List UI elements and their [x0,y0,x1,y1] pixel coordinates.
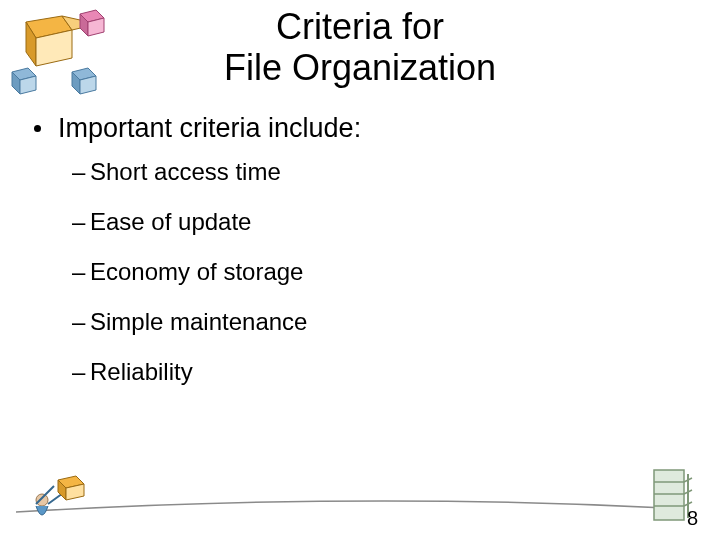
title-line-2: File Organization [224,47,496,88]
bullet-dot-icon [34,125,41,132]
bullet-item: – Economy of storage [28,258,692,286]
title-line-1: Criteria for [276,6,444,47]
dash-icon: – [72,358,85,386]
dash-icon: – [72,308,85,336]
slide-body: Important criteria include: – Short acce… [0,89,720,386]
item-text: Economy of storage [90,258,303,285]
dash-icon: – [72,208,85,236]
dash-icon: – [72,258,85,286]
slide: Criteria for File Organization Important… [0,0,720,540]
bullet-item: – Simple maintenance [28,308,692,336]
item-text: Reliability [90,358,193,385]
intro-text: Important criteria include: [58,113,361,143]
svg-rect-17 [654,470,684,520]
item-text: Short access time [90,158,281,185]
cubes-clipart-icon [4,4,114,99]
dash-icon: – [72,158,85,186]
svg-point-13 [36,494,48,506]
bullet-intro: Important criteria include: [28,113,692,144]
bullet-item: – Short access time [28,158,692,186]
footer-clipart-icon [6,464,706,534]
bullet-item: – Ease of update [28,208,692,236]
item-text: Simple maintenance [90,308,307,335]
bullet-item: – Reliability [28,358,692,386]
page-number: 8 [687,507,698,530]
item-text: Ease of update [90,208,251,235]
